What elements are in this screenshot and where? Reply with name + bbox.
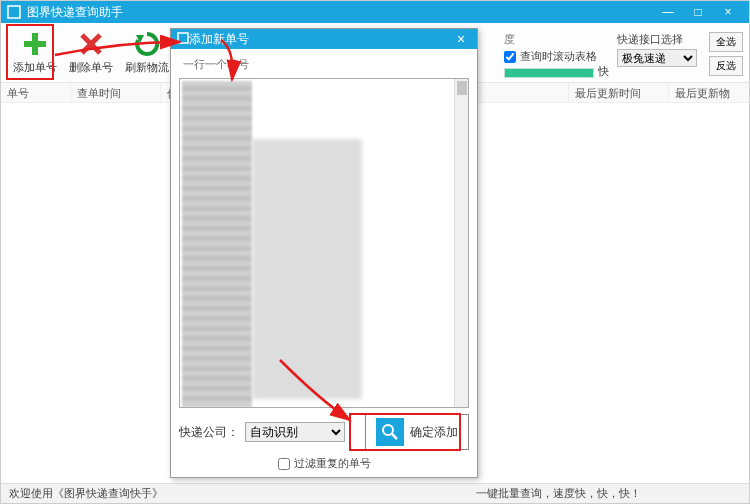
vertical-scrollbar[interactable] bbox=[454, 79, 468, 407]
interface-select-area: 快递接口选择 极兔速递 bbox=[617, 32, 697, 67]
svg-rect-2 bbox=[24, 41, 46, 47]
status-bar: 欢迎使用《图界快递查询快手》 一键批量查询，速度快，快，快！ bbox=[1, 483, 749, 503]
add-number-button[interactable]: 添加单号 bbox=[7, 25, 63, 81]
invert-selection-button[interactable]: 反选 bbox=[709, 56, 743, 76]
interface-select[interactable]: 极兔速递 bbox=[617, 49, 697, 67]
select-all-button[interactable]: 全选 bbox=[709, 32, 743, 52]
delete-number-button[interactable]: 删除单号 bbox=[63, 25, 119, 81]
plus-icon bbox=[22, 31, 48, 57]
main-title-bar: 图界快递查询助手 — □ × bbox=[1, 1, 749, 23]
confirm-add-button[interactable]: 确定添加 bbox=[365, 414, 469, 450]
status-right: 一键批量查询，速度快，快，快！ bbox=[476, 486, 641, 501]
col-number: 单号 bbox=[1, 83, 71, 102]
dialog-hint: 一行一个单号 bbox=[183, 57, 469, 72]
dedupe-checkbox[interactable] bbox=[278, 458, 290, 470]
progress-area: 度 查询时滚动表格 快 bbox=[504, 32, 609, 79]
minimize-button[interactable]: — bbox=[653, 3, 683, 21]
x-icon bbox=[78, 31, 104, 57]
dialog-title: 添加新单号 bbox=[189, 31, 249, 48]
dialog-title-bar: 添加新单号 × bbox=[171, 29, 477, 49]
svg-point-7 bbox=[383, 425, 393, 435]
col-query-time: 查单时间 bbox=[71, 83, 161, 102]
refresh-button[interactable]: 刷新物流 bbox=[119, 25, 175, 81]
dedupe-label: 过滤重复的单号 bbox=[294, 456, 371, 471]
scroll-table-checkbox[interactable] bbox=[504, 51, 516, 63]
numbers-textarea[interactable] bbox=[179, 78, 469, 408]
col-last-update-time: 最后更新时间 bbox=[569, 83, 669, 102]
status-left: 欢迎使用《图界快递查询快手》 bbox=[9, 486, 163, 501]
add-number-dialog: 添加新单号 × 一行一个单号 快递公司： 自动识别 确定添加 过滤重复的 bbox=[170, 28, 478, 478]
close-button[interactable]: × bbox=[713, 3, 743, 21]
col-last-update-status: 最后更新物 bbox=[669, 83, 749, 102]
progress-bar bbox=[504, 68, 594, 78]
dialog-close-button[interactable]: × bbox=[451, 29, 471, 49]
company-label: 快递公司： bbox=[179, 424, 239, 441]
blurred-area bbox=[252, 139, 362, 399]
company-select[interactable]: 自动识别 bbox=[245, 422, 345, 442]
refresh-icon bbox=[134, 31, 160, 57]
svg-line-8 bbox=[392, 434, 397, 439]
svg-rect-6 bbox=[178, 33, 188, 43]
svg-rect-0 bbox=[8, 6, 20, 18]
search-icon bbox=[376, 418, 404, 446]
app-title: 图界快递查询助手 bbox=[27, 4, 123, 21]
dialog-icon bbox=[177, 32, 189, 47]
blurred-text bbox=[182, 81, 252, 407]
app-icon bbox=[7, 5, 21, 19]
maximize-button[interactable]: □ bbox=[683, 3, 713, 21]
